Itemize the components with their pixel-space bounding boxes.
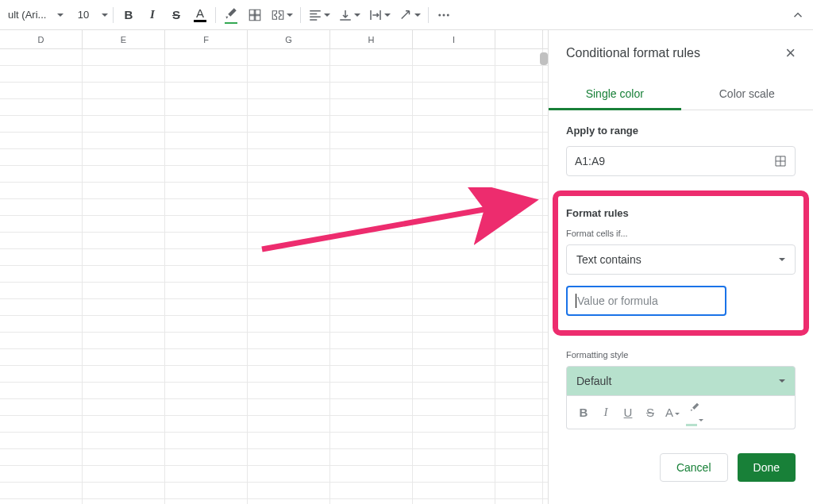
cell[interactable] bbox=[495, 49, 543, 65]
cell[interactable] bbox=[0, 66, 83, 82]
cell[interactable] bbox=[83, 83, 165, 98]
cell[interactable] bbox=[248, 116, 330, 132]
cell[interactable] bbox=[83, 233, 165, 248]
cell[interactable] bbox=[330, 249, 413, 265]
cell[interactable] bbox=[83, 166, 165, 182]
cell[interactable] bbox=[83, 66, 165, 82]
range-input[interactable]: A1:A9 bbox=[566, 146, 796, 176]
cell[interactable] bbox=[0, 283, 83, 298]
cell[interactable] bbox=[165, 449, 248, 465]
cell[interactable] bbox=[330, 216, 413, 232]
close-button[interactable]: × bbox=[785, 44, 796, 62]
cell[interactable] bbox=[165, 299, 248, 315]
cell[interactable] bbox=[413, 316, 495, 332]
cell[interactable] bbox=[330, 299, 413, 315]
cell[interactable] bbox=[495, 349, 543, 365]
cell[interactable] bbox=[165, 266, 248, 282]
cell[interactable] bbox=[165, 483, 248, 498]
cell[interactable] bbox=[248, 99, 330, 115]
cell[interactable] bbox=[413, 83, 495, 98]
cell[interactable] bbox=[0, 166, 83, 182]
cell[interactable] bbox=[248, 49, 330, 65]
cell[interactable] bbox=[248, 466, 330, 482]
cell[interactable] bbox=[0, 383, 83, 398]
cell[interactable] bbox=[330, 99, 413, 115]
cell[interactable] bbox=[413, 299, 495, 315]
cell[interactable] bbox=[248, 233, 330, 248]
cell[interactable] bbox=[413, 466, 495, 482]
cell[interactable] bbox=[495, 249, 543, 265]
cell[interactable] bbox=[495, 133, 543, 148]
cell[interactable] bbox=[0, 499, 83, 504]
cell[interactable] bbox=[248, 249, 330, 265]
cell[interactable] bbox=[495, 466, 543, 482]
cell[interactable] bbox=[495, 383, 543, 398]
preset-select[interactable]: Default bbox=[566, 366, 796, 396]
underline-format[interactable]: U bbox=[619, 406, 637, 419]
cell[interactable] bbox=[83, 416, 165, 432]
cell[interactable] bbox=[248, 266, 330, 282]
cell[interactable] bbox=[83, 449, 165, 465]
cell[interactable] bbox=[495, 216, 543, 232]
cell[interactable] bbox=[0, 199, 83, 215]
cell[interactable] bbox=[0, 349, 83, 365]
cell[interactable] bbox=[413, 499, 495, 504]
cell[interactable] bbox=[413, 283, 495, 298]
cell[interactable] bbox=[0, 149, 83, 165]
cell[interactable] bbox=[413, 249, 495, 265]
cell[interactable] bbox=[83, 183, 165, 198]
cell[interactable] bbox=[165, 349, 248, 365]
cell[interactable] bbox=[83, 133, 165, 148]
cell[interactable] bbox=[330, 483, 413, 498]
cell[interactable] bbox=[413, 183, 495, 198]
wrap-text-button[interactable] bbox=[366, 5, 393, 25]
cell[interactable] bbox=[330, 399, 413, 415]
cell[interactable] bbox=[495, 266, 543, 282]
cell[interactable] bbox=[83, 383, 165, 398]
cell[interactable] bbox=[165, 433, 248, 448]
cell[interactable] bbox=[0, 483, 83, 498]
cell[interactable] bbox=[165, 283, 248, 298]
vertical-align-button[interactable] bbox=[336, 5, 363, 25]
col-header[interactable]: G bbox=[248, 30, 330, 48]
cell[interactable] bbox=[413, 483, 495, 498]
cell[interactable] bbox=[330, 116, 413, 132]
cell[interactable] bbox=[165, 333, 248, 348]
cell[interactable] bbox=[495, 299, 543, 315]
cell[interactable] bbox=[83, 149, 165, 165]
cell[interactable] bbox=[413, 266, 495, 282]
cell[interactable] bbox=[413, 399, 495, 415]
cell[interactable] bbox=[330, 66, 413, 82]
cell[interactable] bbox=[495, 399, 543, 415]
strikethrough-button[interactable]: S bbox=[166, 5, 187, 25]
cell[interactable] bbox=[165, 366, 248, 382]
cell[interactable] bbox=[413, 99, 495, 115]
cell[interactable] bbox=[0, 399, 83, 415]
cell[interactable] bbox=[330, 183, 413, 198]
italic-button[interactable]: I bbox=[142, 5, 163, 25]
borders-button[interactable] bbox=[245, 5, 265, 25]
strike-format[interactable]: S bbox=[642, 406, 659, 419]
cell[interactable] bbox=[413, 199, 495, 215]
cell[interactable] bbox=[83, 199, 165, 215]
cancel-button[interactable]: Cancel bbox=[660, 453, 728, 482]
font-selector[interactable]: ult (Ari... bbox=[5, 5, 67, 25]
cell[interactable] bbox=[165, 166, 248, 182]
cell[interactable] bbox=[495, 199, 543, 215]
cell[interactable] bbox=[330, 166, 413, 182]
cell[interactable] bbox=[330, 83, 413, 98]
cell[interactable] bbox=[330, 133, 413, 148]
cell[interactable] bbox=[83, 316, 165, 332]
condition-select[interactable]: Text contains bbox=[566, 244, 796, 275]
done-button[interactable]: Done bbox=[738, 453, 796, 482]
cell[interactable] bbox=[413, 383, 495, 398]
cell[interactable] bbox=[165, 416, 248, 432]
cell[interactable] bbox=[83, 116, 165, 132]
cell[interactable] bbox=[330, 466, 413, 482]
cell[interactable] bbox=[495, 83, 543, 98]
horizontal-align-button[interactable] bbox=[306, 5, 333, 25]
cell[interactable] bbox=[83, 433, 165, 448]
cell[interactable] bbox=[248, 333, 330, 348]
cell[interactable] bbox=[0, 316, 83, 332]
cell[interactable] bbox=[0, 116, 83, 132]
